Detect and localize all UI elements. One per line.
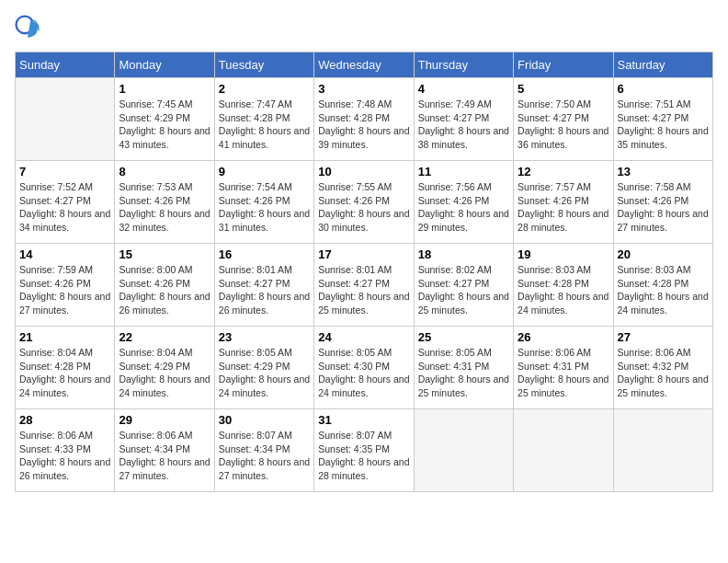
day-info: Sunrise: 8:05 AMSunset: 4:31 PMDaylight:… (418, 346, 509, 400)
day-number: 6 (618, 82, 709, 96)
day-info: Sunrise: 7:53 AMSunset: 4:26 PMDaylight:… (119, 180, 210, 235)
day-number: 17 (318, 247, 409, 261)
day-info: Sunrise: 7:55 AMSunset: 4:26 PMDaylight:… (318, 180, 409, 235)
day-number: 18 (418, 247, 509, 261)
day-cell (16, 78, 115, 161)
day-number: 22 (119, 330, 210, 344)
day-info: Sunrise: 8:06 AMSunset: 4:32 PMDaylight:… (618, 346, 709, 400)
day-cell: 19Sunrise: 8:03 AMSunset: 4:28 PMDayligh… (514, 244, 613, 327)
weekday-header-monday: Monday (115, 52, 214, 78)
day-info: Sunrise: 7:56 AMSunset: 4:26 PMDaylight:… (418, 180, 509, 235)
weekday-header-friday: Friday (514, 52, 613, 78)
day-cell: 14Sunrise: 7:59 AMSunset: 4:26 PMDayligh… (16, 244, 115, 327)
day-number: 2 (219, 82, 310, 96)
day-number: 5 (518, 82, 609, 96)
day-info: Sunrise: 8:05 AMSunset: 4:29 PMDaylight:… (219, 346, 310, 400)
weekday-header-row: SundayMondayTuesdayWednesdayThursdayFrid… (16, 52, 713, 78)
day-info: Sunrise: 8:07 AMSunset: 4:34 PMDaylight:… (219, 429, 310, 483)
day-info: Sunrise: 8:03 AMSunset: 4:28 PMDaylight:… (518, 263, 609, 317)
day-info: Sunrise: 8:04 AMSunset: 4:28 PMDaylight:… (19, 346, 110, 400)
logo-icon (15, 15, 40, 40)
day-info: Sunrise: 7:49 AMSunset: 4:27 PMDaylight:… (418, 98, 509, 152)
day-info: Sunrise: 7:48 AMSunset: 4:28 PMDaylight:… (318, 98, 409, 152)
day-number: 29 (119, 413, 210, 427)
day-cell: 12Sunrise: 7:57 AMSunset: 4:26 PMDayligh… (514, 161, 613, 244)
calendar-table: SundayMondayTuesdayWednesdayThursdayFrid… (15, 52, 713, 492)
day-cell: 8Sunrise: 7:53 AMSunset: 4:26 PMDaylight… (115, 161, 214, 244)
day-cell: 17Sunrise: 8:01 AMSunset: 4:27 PMDayligh… (314, 244, 414, 327)
day-number: 4 (418, 82, 509, 96)
week-row-5: 28Sunrise: 8:06 AMSunset: 4:33 PMDayligh… (16, 409, 713, 492)
day-cell: 13Sunrise: 7:58 AMSunset: 4:26 PMDayligh… (613, 161, 712, 244)
page-header (15, 15, 713, 40)
day-number: 12 (518, 165, 609, 178)
day-number: 30 (219, 413, 310, 427)
day-info: Sunrise: 8:01 AMSunset: 4:27 PMDaylight:… (318, 263, 409, 317)
day-cell: 28Sunrise: 8:06 AMSunset: 4:33 PMDayligh… (16, 409, 115, 492)
day-info: Sunrise: 8:06 AMSunset: 4:31 PMDaylight:… (518, 346, 609, 400)
day-cell: 21Sunrise: 8:04 AMSunset: 4:28 PMDayligh… (16, 327, 115, 409)
weekday-header-wednesday: Wednesday (314, 52, 414, 78)
week-row-4: 21Sunrise: 8:04 AMSunset: 4:28 PMDayligh… (16, 327, 713, 409)
day-number: 9 (219, 165, 310, 178)
day-number: 10 (318, 165, 409, 178)
day-cell: 3Sunrise: 7:48 AMSunset: 4:28 PMDaylight… (314, 78, 414, 161)
day-number: 8 (119, 165, 210, 178)
day-cell: 11Sunrise: 7:56 AMSunset: 4:26 PMDayligh… (414, 161, 513, 244)
day-number: 7 (19, 165, 110, 178)
day-number: 28 (19, 413, 110, 427)
day-number: 24 (318, 330, 409, 344)
day-cell (613, 409, 712, 492)
weekday-header-thursday: Thursday (414, 52, 513, 78)
day-number: 20 (618, 247, 709, 261)
day-number: 25 (418, 330, 509, 344)
day-cell: 31Sunrise: 8:07 AMSunset: 4:35 PMDayligh… (314, 409, 414, 492)
day-number: 31 (318, 413, 409, 427)
week-row-3: 14Sunrise: 7:59 AMSunset: 4:26 PMDayligh… (16, 244, 713, 327)
day-info: Sunrise: 7:54 AMSunset: 4:26 PMDaylight:… (219, 180, 310, 235)
logo (15, 15, 44, 40)
day-number: 11 (418, 165, 509, 178)
day-number: 21 (19, 330, 110, 344)
day-cell: 5Sunrise: 7:50 AMSunset: 4:27 PMDaylight… (514, 78, 613, 161)
day-cell: 9Sunrise: 7:54 AMSunset: 4:26 PMDaylight… (214, 161, 313, 244)
day-cell: 16Sunrise: 8:01 AMSunset: 4:27 PMDayligh… (214, 244, 313, 327)
weekday-header-tuesday: Tuesday (214, 52, 313, 78)
week-row-1: 1Sunrise: 7:45 AMSunset: 4:29 PMDaylight… (16, 78, 713, 161)
day-number: 26 (518, 330, 609, 344)
day-info: Sunrise: 7:51 AMSunset: 4:27 PMDaylight:… (618, 98, 709, 152)
day-number: 19 (518, 247, 609, 261)
day-info: Sunrise: 8:06 AMSunset: 4:33 PMDaylight:… (19, 429, 110, 483)
day-cell: 15Sunrise: 8:00 AMSunset: 4:26 PMDayligh… (115, 244, 214, 327)
day-info: Sunrise: 8:02 AMSunset: 4:27 PMDaylight:… (418, 263, 509, 317)
day-number: 1 (119, 82, 210, 96)
day-info: Sunrise: 8:05 AMSunset: 4:30 PMDaylight:… (318, 346, 409, 400)
day-cell: 10Sunrise: 7:55 AMSunset: 4:26 PMDayligh… (314, 161, 414, 244)
weekday-header-saturday: Saturday (613, 52, 712, 78)
day-cell: 1Sunrise: 7:45 AMSunset: 4:29 PMDaylight… (115, 78, 214, 161)
day-cell: 22Sunrise: 8:04 AMSunset: 4:29 PMDayligh… (115, 327, 214, 409)
day-info: Sunrise: 7:50 AMSunset: 4:27 PMDaylight:… (518, 98, 609, 152)
day-number: 13 (618, 165, 709, 178)
day-number: 3 (318, 82, 409, 96)
day-cell: 18Sunrise: 8:02 AMSunset: 4:27 PMDayligh… (414, 244, 513, 327)
day-number: 14 (19, 247, 110, 261)
day-info: Sunrise: 8:03 AMSunset: 4:28 PMDaylight:… (618, 263, 709, 317)
day-cell: 6Sunrise: 7:51 AMSunset: 4:27 PMDaylight… (613, 78, 712, 161)
day-info: Sunrise: 7:45 AMSunset: 4:29 PMDaylight:… (119, 98, 210, 152)
day-cell: 2Sunrise: 7:47 AMSunset: 4:28 PMDaylight… (214, 78, 313, 161)
day-number: 16 (219, 247, 310, 261)
week-row-2: 7Sunrise: 7:52 AMSunset: 4:27 PMDaylight… (16, 161, 713, 244)
day-info: Sunrise: 8:00 AMSunset: 4:26 PMDaylight:… (119, 263, 210, 317)
day-number: 23 (219, 330, 310, 344)
day-cell (414, 409, 513, 492)
day-info: Sunrise: 7:59 AMSunset: 4:26 PMDaylight:… (19, 263, 110, 317)
day-number: 15 (119, 247, 210, 261)
day-number: 27 (618, 330, 709, 344)
day-cell: 26Sunrise: 8:06 AMSunset: 4:31 PMDayligh… (514, 327, 613, 409)
day-cell: 29Sunrise: 8:06 AMSunset: 4:34 PMDayligh… (115, 409, 214, 492)
day-cell (514, 409, 613, 492)
day-info: Sunrise: 7:57 AMSunset: 4:26 PMDaylight:… (518, 180, 609, 235)
day-cell: 23Sunrise: 8:05 AMSunset: 4:29 PMDayligh… (214, 327, 313, 409)
day-cell: 27Sunrise: 8:06 AMSunset: 4:32 PMDayligh… (613, 327, 712, 409)
